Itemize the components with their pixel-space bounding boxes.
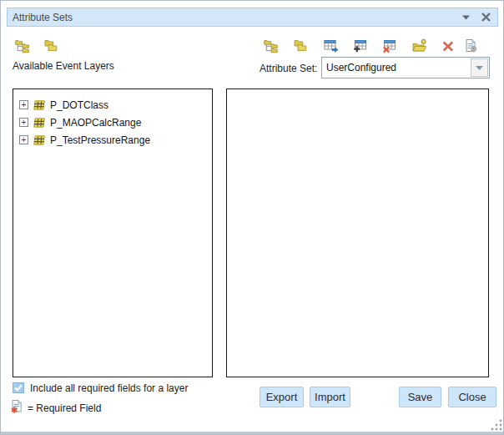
attribute-set-label: Attribute Set:	[260, 63, 317, 74]
tree-item-p-maopcalcrange[interactable]: + P_MAOPCalcRange	[13, 114, 212, 131]
new-folder-icon[interactable]	[411, 38, 428, 54]
required-field-icon	[10, 399, 24, 418]
import-button[interactable]: Import	[310, 387, 350, 407]
attribute-set-fields-list[interactable]	[226, 89, 489, 377]
combo-dropdown-button[interactable]	[471, 58, 488, 77]
tree-item-p-testpressurerange[interactable]: + P_TestPressureRange	[13, 131, 212, 149]
dialog-title: Attribute Sets	[8, 12, 459, 23]
event-layer-icon	[33, 116, 46, 129]
table-add-icon[interactable]	[352, 38, 369, 54]
check-icon	[13, 383, 23, 392]
tree-item-p-dotclass[interactable]: + P_DOTClass	[13, 96, 212, 114]
attribute-set-value: UserConfigured	[326, 58, 469, 78]
expand-icon[interactable]: +	[19, 118, 28, 127]
attribute-set-combobox[interactable]: UserConfigured	[321, 57, 490, 78]
layer-name: P_DOTClass	[50, 99, 108, 111]
expand-icon[interactable]: +	[19, 135, 28, 144]
event-layer-icon	[33, 134, 46, 147]
folders-icon[interactable]	[43, 38, 59, 54]
save-button[interactable]: Save	[399, 387, 441, 407]
layer-tree-icon[interactable]	[14, 38, 31, 54]
export-button[interactable]: Export	[260, 387, 304, 407]
close-button[interactable]: Close	[448, 387, 496, 407]
available-event-layers-list[interactable]: + P_DOTClass + P_MAOPCalcRange +	[13, 89, 213, 377]
attribute-sets-dialog: Attribute Sets	[0, 0, 504, 435]
event-layer-icon	[33, 99, 46, 112]
titlebar-menu-caret-icon[interactable]	[459, 11, 472, 24]
layer-tree-icon[interactable]	[263, 38, 280, 54]
layer-name: P_MAOPCalcRange	[50, 117, 141, 129]
folders-icon[interactable]	[292, 38, 309, 54]
available-layers-label: Available Event Layers	[13, 60, 114, 72]
expand-icon[interactable]: +	[19, 100, 28, 109]
chevron-down-icon	[476, 66, 483, 70]
include-required-fields-label: Include all required fields for a layer	[30, 382, 188, 394]
close-icon[interactable]	[479, 11, 492, 24]
table-export-icon[interactable]	[323, 38, 340, 54]
table-remove-icon[interactable]	[381, 38, 398, 54]
delete-icon[interactable]	[440, 38, 456, 54]
titlebar: Attribute Sets	[7, 8, 498, 27]
resize-grip[interactable]	[490, 418, 503, 432]
document-settings-icon[interactable]	[462, 38, 479, 54]
layer-name: P_TestPressureRange	[50, 134, 150, 146]
required-field-legend: = Required Field	[28, 402, 101, 414]
include-required-fields-checkbox[interactable]	[13, 382, 24, 393]
